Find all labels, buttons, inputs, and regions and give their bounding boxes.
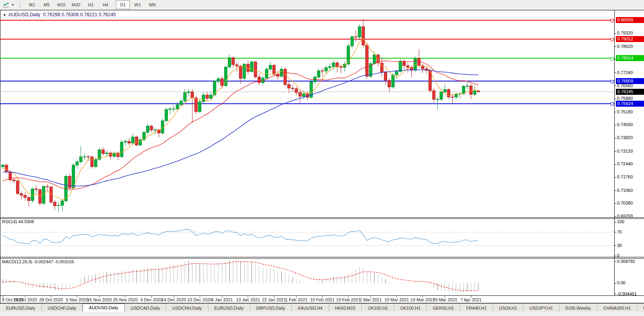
macd-indicator-label: MACD(12,26,9) -0.002447 -0.003155 (2, 259, 74, 264)
rsi-tick-label: 30 (617, 243, 622, 248)
hline-price-badge[interactable]: 0.79012 (616, 36, 644, 42)
price-tick-label: 0.72440 (617, 161, 633, 166)
chart-tab-usdjpy-h1[interactable]: USDJPY,H1 (523, 305, 559, 312)
price-tick-label: 0.75180 (617, 109, 633, 114)
hline-price-badge[interactable]: 0.80009 (616, 17, 644, 23)
collapse-arrow-icon: ▼ (3, 13, 6, 17)
date-tick-label: 7 Apr 2021 (461, 297, 482, 302)
date-tick-label: 4 Dec 2020 (140, 297, 162, 302)
date-tick-label: 14 Dec 2020 (161, 297, 186, 302)
chart-tab-usoil-h1[interactable]: USOil,H1 (493, 305, 524, 312)
date-tick-label: 16 Nov 2020 (87, 297, 112, 302)
chart-tab-eurusd-daily[interactable]: EURUSD,Daily (208, 305, 250, 312)
chart-tab-fra40-h1[interactable]: FRA40,H1 (460, 305, 493, 312)
price-tick-label: 0.69700 (617, 214, 633, 218)
chart-ohlc-values: 0.76298 0.76306 0.76221 0.76245 (43, 12, 116, 17)
date-tick-label: 19 Feb 2021 (336, 297, 361, 302)
date-tick-label: 23 Dec 2020 (187, 297, 212, 302)
price-tick-label: 0.71760 (617, 174, 633, 179)
chart-tab-hk50-m15[interactable]: HK50,M15 (329, 305, 362, 312)
price-tick-label: 0.70380 (617, 201, 633, 205)
macd-tick-label: 0.008782 (617, 259, 635, 264)
hline-price-badge[interactable]: 0.75624 (616, 101, 644, 107)
chart-tab-usdcnh-daily[interactable]: USDCNH,Daily (166, 305, 208, 312)
date-tick-label: 29 Mar 2021 (433, 297, 457, 302)
chart-tab-audusd-daily[interactable]: AUDUSD,Daily (83, 304, 125, 312)
price-tick-label: 0.77240 (617, 70, 633, 75)
hline-anchor (611, 80, 614, 83)
date-tick-label: 28 Oct 2020 (39, 297, 63, 302)
macd-tick-label: -0.004451 (617, 291, 637, 296)
date-tick-label: 1 Mar 2021 (360, 297, 382, 302)
date-tick-label: 10 Mar 2021 (384, 297, 409, 302)
hline-anchor (611, 57, 614, 60)
price-tick-label: 0.73120 (617, 149, 633, 153)
chart-tab-eurusd-daily[interactable]: EURUSD,Daily (0, 305, 42, 312)
hline-anchor (611, 102, 614, 105)
hline-anchor (611, 38, 614, 41)
chart-tab-china300-h1[interactable]: CHINA300,H1 (597, 305, 637, 312)
macd-tick-label: 0.00 (617, 280, 625, 285)
price-tick-label: 0.79320 (617, 31, 633, 35)
chart-tab-xauusd-h4[interactable]: XAUUSD,H4 (292, 305, 329, 312)
chart-title: ▼AUDUSD,Daily 0.76298 0.76306 0.76221 0.… (3, 12, 116, 17)
date-tick-label: 19 Oct 2020 (13, 297, 37, 302)
rsi-tick-label: 70 (617, 230, 622, 234)
date-tick-label: 1 Feb 2021 (285, 297, 308, 302)
rsi-indicator-label: RSI(14) 44.5908 (2, 219, 34, 224)
price-tick-label: 0.74500 (617, 122, 633, 127)
chart-symbol-label: AUDUSD,Daily (8, 12, 40, 17)
chart-canvas[interactable] (0, 0, 644, 316)
date-tick-label: 4 Jan 2021 (211, 297, 233, 302)
date-tick-label: 22 Jan 2021 (262, 297, 286, 302)
chart-tab-ger30-h1[interactable]: GER30,H1 (427, 305, 460, 312)
current-price-badge: 0.76245 (616, 89, 644, 95)
date-tick-label: 25 Nov 2020 (113, 297, 138, 302)
bottom-filler (0, 312, 644, 316)
date-tick-label: 19 Mar 2021 (411, 297, 435, 302)
chart-tab-dj30-weekly[interactable]: DJ30,Weekly (559, 305, 598, 312)
hline-price-badge[interactable]: 0.76809 (616, 78, 644, 84)
chart-window[interactable]: ▼AUDUSD,Daily 0.76298 0.76306 0.76221 0.… (0, 10, 644, 303)
rsi-tick-label: 100 (617, 219, 624, 224)
price-tick-label: 0.73820 (617, 135, 633, 140)
hline-anchor (611, 19, 614, 22)
price-tick-label: 0.78620 (617, 44, 633, 49)
chart-tab-uk100-h1[interactable]: UK100,H1 (362, 305, 394, 312)
date-tick-label: 13 Jan 2021 (236, 297, 260, 302)
chart-tab-usdchf-daily[interactable]: USDCHF,Daily (42, 305, 83, 312)
chart-tab-gbpusd-daily[interactable]: GBPUSD,Daily (250, 305, 292, 312)
hline-price-badge[interactable]: 0.78014 (616, 55, 644, 61)
rsi-tick-label: 0 (617, 253, 619, 258)
price-tick-label: 0.75880 (617, 96, 633, 101)
price-tick-label: 0.71060 (617, 188, 633, 193)
chart-tab-u[interactable]: U (637, 305, 644, 312)
chart-tab-uk100-h1[interactable]: UK100,H1 (394, 305, 427, 312)
date-tick-label: 6 Nov 2020 (66, 297, 88, 302)
chart-tab-usdcad-daily[interactable]: USDCAD,Daily (125, 305, 166, 312)
date-tick-label: 10 Feb 2021 (310, 297, 335, 302)
chart-tab-bar: EURUSD,DailyUSDCHF,DailyAUDUSD,DailyUSDC… (0, 303, 644, 312)
